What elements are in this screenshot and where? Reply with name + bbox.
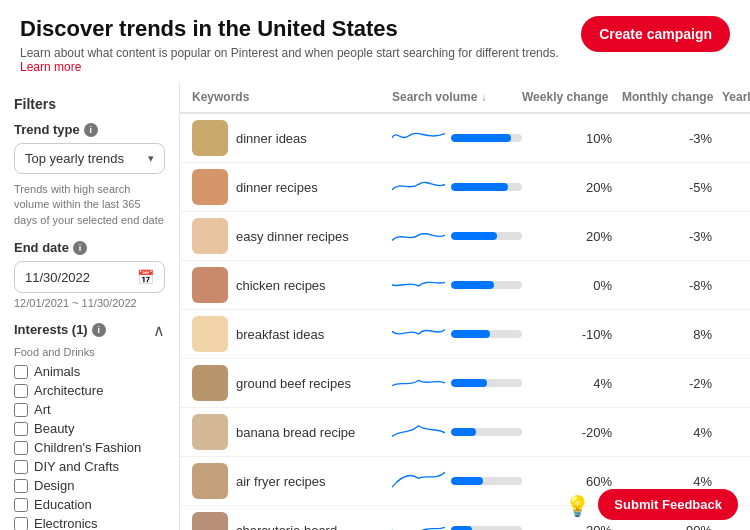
table-row[interactable]: easy dinner recipes20%-3%20% [180,212,750,261]
sparkline-icon [392,515,445,530]
collapse-icon[interactable]: ∧ [153,321,165,340]
table-row[interactable]: dinner recipes20%-5%10% [180,163,750,212]
table-row[interactable]: ground beef recipes4%-2%20% [180,359,750,408]
keyword-name: ground beef recipes [236,376,351,391]
col-yearly: Yearly change [722,90,750,104]
table-body: dinner ideas10%-3%8%dinner recipes20%-5%… [180,114,750,530]
thumbnail [192,267,228,303]
date-input[interactable]: 11/30/2022 📅 [14,261,165,293]
interests-header: Interests (1) i ∧ [14,321,165,340]
create-campaign-button[interactable]: Create campaign [581,16,730,52]
yearly-change: 20% [722,376,750,391]
thumbnail [192,218,228,254]
checkbox-label: DIY and Crafts [34,459,119,474]
submit-feedback-button[interactable]: Submit Feedback [598,489,738,520]
learn-more-link[interactable]: Learn more [20,60,81,74]
search-volume-bar [451,526,522,530]
interests-info-icon[interactable]: i [92,323,106,337]
page-title: Discover trends in the United States [20,16,581,42]
thumbnail [192,414,228,450]
trend-type-label: Trend type i [14,122,165,137]
checkbox-diy-and-crafts[interactable] [14,460,28,474]
thumbnail [192,120,228,156]
checkbox-label: Children's Fashion [34,440,141,455]
chevron-down-icon: ▾ [148,152,154,165]
thumbnail [192,512,228,530]
yearly-change: 10% [722,180,750,195]
trend-type-dropdown[interactable]: Top yearly trends ▾ [14,143,165,174]
checkbox-item[interactable]: Electronics [14,516,165,530]
checkbox-beauty[interactable] [14,422,28,436]
monthly-change: -3% [622,229,722,244]
trend-type-info-icon[interactable]: i [84,123,98,137]
weekly-change: 4% [522,376,622,391]
checkbox-label: Education [34,497,92,512]
sparkline-icon [392,319,445,349]
table-row[interactable]: dinner ideas10%-3%8% [180,114,750,163]
keyword-name: dinner recipes [236,180,318,195]
sort-arrow-icon: ↓ [481,92,486,103]
weekly-change: -20% [522,425,622,440]
keyword-cell: ground beef recipes [192,365,392,401]
table-row[interactable]: breakfast ideas-10%8%10% [180,310,750,359]
end-date-info-icon[interactable]: i [73,241,87,255]
trend-type-value: Top yearly trends [25,151,124,166]
checkbox-item[interactable]: Beauty [14,421,165,436]
search-volume-cell [392,270,522,300]
sparkline-icon [392,270,445,300]
monthly-change: -8% [622,278,722,293]
search-volume-cell [392,417,522,447]
checkbox-animals[interactable] [14,365,28,379]
sidebar: Filters Trend type i Top yearly trends ▾… [0,82,180,530]
yearly-change: -20% [722,474,750,489]
weekly-change: 0% [522,278,622,293]
search-volume-bar [451,183,522,191]
keyword-name: banana bread recipe [236,425,355,440]
col-keywords: Keywords [192,90,392,104]
search-volume-bar [451,232,522,240]
lightbulb-icon: 💡 [565,494,590,518]
checkbox-label: Design [34,478,74,493]
date-value: 11/30/2022 [25,270,90,285]
checkbox-item[interactable]: Animals [14,364,165,379]
thumbnail [192,316,228,352]
end-date-label: End date i [14,240,165,255]
checkbox-item[interactable]: Design [14,478,165,493]
search-volume-cell [392,319,522,349]
checkbox-children's-fashion[interactable] [14,441,28,455]
main-content: Keywords Search volume ↓ Weekly change M… [180,82,750,530]
search-volume-cell [392,466,522,496]
keyword-cell: air fryer recipes [192,463,392,499]
search-volume-cell [392,515,522,530]
checkbox-item[interactable]: Education [14,497,165,512]
col-monthly: Monthly change [622,90,722,104]
checkbox-item[interactable]: Architecture [14,383,165,398]
table-row[interactable]: chicken recipes0%-8%-5% [180,261,750,310]
checkbox-education[interactable] [14,498,28,512]
search-volume-cell [392,368,522,398]
keyword-cell: dinner ideas [192,120,392,156]
sparkline-icon [392,466,445,496]
yearly-change: 20% [722,229,750,244]
monthly-change: 4% [622,474,722,489]
table-row[interactable]: banana bread recipe-20%4%8% [180,408,750,457]
col-weekly: Weekly change [522,90,622,104]
weekly-change: 10% [522,131,622,146]
checkbox-item[interactable]: Art [14,402,165,417]
checkbox-item[interactable]: Children's Fashion [14,440,165,455]
yearly-change: 10% [722,327,750,342]
checkbox-art[interactable] [14,403,28,417]
yearly-change: 8% [722,425,750,440]
checkbox-electronics[interactable] [14,517,28,530]
keyword-name: easy dinner recipes [236,229,349,244]
yearly-change: 8% [722,131,750,146]
thumbnail [192,169,228,205]
col-search-volume[interactable]: Search volume ↓ [392,90,522,104]
checkbox-item[interactable]: DIY and Crafts [14,459,165,474]
checkbox-architecture[interactable] [14,384,28,398]
checkbox-label: Architecture [34,383,103,398]
weekly-change: -10% [522,327,622,342]
checkbox-design[interactable] [14,479,28,493]
interests-sublabel: Food and Drinks [14,346,165,358]
weekly-change: 20% [522,180,622,195]
